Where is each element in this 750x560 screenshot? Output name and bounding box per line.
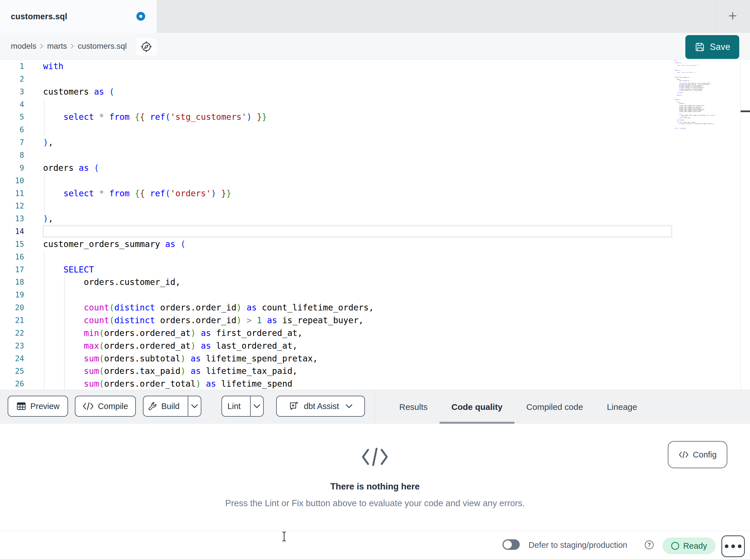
code-line[interactable]: 6: [0, 123, 672, 136]
build-split-button: Build: [143, 396, 201, 417]
chevron-right-icon: [39, 42, 44, 50]
preview-button[interactable]: Preview: [8, 396, 68, 417]
build-dropdown-button[interactable]: [188, 396, 201, 416]
line-number: 26: [0, 377, 24, 390]
tab-lineage[interactable]: Lineage: [595, 390, 649, 424]
code-line[interactable]: 19: [0, 288, 672, 301]
line-number: 14: [0, 225, 24, 238]
line-number: 17: [0, 263, 24, 276]
lint-split-button: Lint: [221, 396, 264, 417]
indent-guide: [64, 288, 65, 301]
minimap[interactable]: with customers as ( select * from {{ ref…: [675, 60, 740, 389]
tab-code-quality[interactable]: Code quality: [439, 390, 514, 424]
code-line[interactable]: 21 count(distinct orders.order_id) > 1 a…: [0, 314, 672, 327]
code-line[interactable]: 4: [0, 98, 672, 111]
tab-compiled-code[interactable]: Compiled code: [514, 390, 595, 424]
defer-toggle[interactable]: [502, 539, 520, 550]
code-line[interactable]: 1with: [0, 60, 672, 72]
code-line[interactable]: 5 select * from {{ ref('stg_customers') …: [0, 110, 672, 123]
line-number: 15: [0, 238, 24, 250]
lint-label: Lint: [228, 402, 241, 411]
code-line-text: select * from {{ ref('orders') }}: [43, 187, 231, 200]
line-number: 5: [0, 110, 24, 123]
line-number: 8: [0, 149, 24, 162]
code-line[interactable]: 18 orders.customer_id,: [0, 276, 672, 288]
text-cursor-pointer: [281, 531, 288, 542]
code-line[interactable]: 7),: [0, 136, 672, 149]
build-button[interactable]: Build: [143, 396, 184, 416]
code-line[interactable]: 8: [0, 149, 672, 162]
line-number: 7: [0, 136, 24, 149]
line-number: 18: [0, 276, 24, 288]
code-line[interactable]: 3customers as (: [0, 85, 672, 98]
minimap-line: customer_orders_summary as (: [675, 77, 692, 78]
line-number: 3: [0, 85, 24, 98]
editor-tab-bar: customers.sql: [0, 0, 750, 33]
code-line[interactable]: 12: [0, 200, 672, 212]
editor-toolbar-row: Preview Compile Build: [0, 390, 750, 424]
pane-resize-handle[interactable]: [741, 110, 750, 112]
save-icon: [694, 42, 705, 53]
more-options-button[interactable]: [722, 535, 745, 557]
tab-customers-sql[interactable]: customers.sql: [0, 0, 157, 33]
indent-guide: [44, 123, 44, 136]
toolrow-divider: [375, 390, 375, 424]
code-line[interactable]: 13),: [0, 212, 672, 225]
ellipsis-dot: [725, 544, 728, 548]
code-line[interactable]: 9orders as (: [0, 162, 672, 174]
line-number: 25: [0, 365, 24, 377]
code-editor[interactable]: 1with23customers as (45 select * from {{…: [0, 60, 750, 390]
compass-icon: [140, 41, 152, 53]
chevron-down-icon: [191, 404, 198, 409]
code-icon: [82, 402, 94, 411]
new-tab-button[interactable]: [726, 9, 739, 23]
code-line-text: SELECT: [43, 263, 94, 276]
navigate-lineage-button[interactable]: [135, 37, 158, 56]
code-line[interactable]: 20 count(distinct orders.order_id) as co…: [0, 301, 672, 314]
code-line[interactable]: 2: [0, 72, 672, 85]
dbt-assist-button[interactable]: dbt Assist: [276, 396, 365, 417]
indent-guide: [44, 174, 44, 187]
code-icon: [678, 451, 689, 458]
status-badge[interactable]: Ready: [663, 538, 715, 554]
unsaved-changes-dot-icon: [136, 12, 145, 21]
code-line-text: customers as (: [43, 85, 114, 98]
code-line-text: ),: [43, 136, 53, 149]
code-line[interactable]: 15customer_orders_summary as (: [0, 238, 672, 250]
code-line-text: sum(orders.order_total) as lifetime_spen…: [43, 377, 292, 390]
lint-dropdown-button[interactable]: [250, 396, 263, 416]
breadcrumb-marts[interactable]: marts: [47, 42, 67, 51]
code-line[interactable]: 17 SELECT: [0, 263, 672, 276]
lint-button[interactable]: Lint: [222, 396, 246, 416]
config-label: Config: [693, 450, 717, 459]
code-line-text: with: [43, 60, 63, 72]
line-number: 22: [0, 327, 24, 339]
breadcrumb-models[interactable]: models: [11, 42, 36, 51]
line-number: 2: [0, 72, 24, 85]
code-line[interactable]: 10: [0, 174, 672, 187]
ellipsis-dot: [731, 544, 735, 548]
chevron-down-icon: [346, 404, 353, 409]
line-number: 23: [0, 339, 24, 352]
code-quality-panel: There is nothing here Press the Lint or …: [0, 424, 750, 531]
code-line[interactable]: 11 select * from {{ ref('orders') }}: [0, 187, 672, 200]
line-number: 11: [0, 187, 24, 200]
config-button[interactable]: Config: [668, 441, 727, 468]
assist-chat-sparkle-icon: [289, 400, 300, 412]
help-icon[interactable]: ?: [645, 540, 654, 549]
indent-guide: [44, 288, 44, 301]
code-brackets-icon: [361, 448, 389, 468]
tab-results[interactable]: Results: [387, 390, 439, 424]
save-button[interactable]: Save: [685, 35, 739, 59]
code-line[interactable]: 26 sum(orders.order_total) as lifetime_s…: [0, 377, 672, 390]
current-line-highlight: [42, 225, 672, 238]
breadcrumb-customers-sql[interactable]: customers.sql: [78, 42, 127, 51]
code-line[interactable]: 24 sum(orders.subtotal) as lifetime_spen…: [0, 352, 672, 365]
line-number: 24: [0, 352, 24, 365]
code-line-text: select * from {{ ref('stg_customers') }}: [43, 110, 267, 123]
code-line[interactable]: 25 sum(orders.tax_paid) as lifetime_tax_…: [0, 365, 672, 377]
code-line[interactable]: 16: [0, 250, 672, 263]
compile-button[interactable]: Compile: [75, 396, 136, 417]
code-line[interactable]: 23 max(orders.ordered_at) as last_ordere…: [0, 339, 672, 352]
code-line[interactable]: 22 min(orders.ordered_at) as first_order…: [0, 327, 672, 339]
